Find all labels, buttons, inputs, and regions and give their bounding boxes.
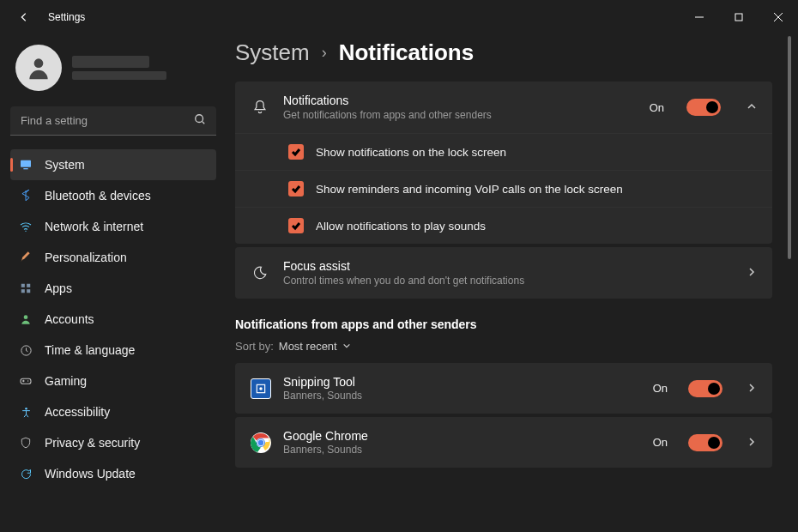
breadcrumb: System › Notifications — [235, 39, 772, 66]
svg-point-9 — [25, 231, 26, 232]
notifications-toggle[interactable] — [686, 99, 721, 116]
profile-text — [72, 56, 166, 80]
breadcrumb-parent[interactable]: System — [235, 39, 310, 66]
app-notification-row[interactable]: Google ChromeBanners, SoundsOn — [235, 417, 772, 468]
minimize-button[interactable] — [680, 0, 719, 34]
chevron-right-icon: › — [322, 44, 327, 62]
app-subtitle: Banners, Sounds — [283, 390, 641, 402]
apps-section-heading: Notifications from apps and other sender… — [235, 317, 772, 331]
sort-by-label: Sort by: — [235, 340, 274, 353]
svg-point-24 — [258, 439, 263, 444]
search-icon — [194, 113, 206, 129]
notifications-state-label: On — [650, 101, 664, 114]
svg-point-18 — [25, 407, 27, 409]
sidebar-item-label: Gaming — [45, 374, 87, 388]
svg-rect-10 — [21, 284, 25, 287]
svg-rect-1 — [735, 14, 742, 21]
notifications-subtitle: Get notifications from apps and other se… — [283, 109, 636, 121]
sidebar-item-label: Personalization — [45, 251, 127, 264]
checkbox-label: Allow notifications to play sounds — [316, 220, 486, 233]
monitor-icon — [19, 158, 33, 172]
sidebar-item-bluetooth-devices[interactable]: Bluetooth & devices — [10, 180, 216, 211]
checkbox[interactable] — [288, 218, 304, 233]
sidebar-item-label: System — [45, 158, 85, 172]
app-state-label: On — [653, 436, 668, 449]
sidebar-item-windows-update[interactable]: Windows Update — [10, 458, 216, 489]
moon-icon — [251, 263, 269, 282]
sidebar-item-system[interactable]: System — [10, 149, 216, 180]
sidebar-item-gaming[interactable]: Gaming — [10, 366, 216, 396]
focus-assist-subtitle: Control times when you do and don't get … — [283, 275, 721, 287]
window-controls — [680, 0, 798, 34]
app-subtitle: Banners, Sounds — [283, 444, 641, 456]
chevron-right-icon — [747, 435, 757, 450]
sidebar-item-label: Accessibility — [45, 405, 110, 419]
svg-rect-16 — [21, 378, 31, 384]
app-name: Google Chrome — [283, 429, 641, 443]
svg-rect-13 — [27, 289, 30, 293]
app-toggle[interactable] — [688, 434, 722, 451]
sort-by-dropdown[interactable]: Sort by: Most recent — [235, 340, 772, 353]
svg-point-4 — [34, 58, 44, 68]
scrollbar-thumb[interactable] — [788, 36, 791, 259]
app-name: Snipping Tool — [283, 375, 641, 389]
brush-icon — [19, 251, 33, 264]
app-notification-row[interactable]: Snipping ToolBanners, SoundsOn — [235, 363, 772, 414]
bell-icon — [251, 98, 269, 117]
bluetooth-icon — [19, 189, 33, 203]
shield-icon — [19, 436, 33, 450]
sidebar-item-label: Privacy & security — [45, 436, 140, 450]
svg-point-17 — [27, 380, 28, 381]
content-pane: System › Notifications Notifications Get… — [223, 34, 798, 532]
checkbox-label: Show notifications on the lock screen — [316, 146, 506, 159]
gamepad-icon — [19, 374, 33, 388]
notification-option-row: Show notifications on the lock screen — [235, 133, 772, 170]
svg-rect-11 — [27, 284, 30, 287]
svg-point-20 — [259, 387, 263, 390]
notification-option-row: Allow notifications to play sounds — [235, 207, 772, 244]
svg-rect-12 — [21, 289, 25, 293]
svg-rect-8 — [23, 168, 27, 169]
title-bar: Settings — [0, 0, 798, 34]
notifications-header-row[interactable]: Notifications Get notifications from app… — [235, 82, 772, 133]
checkbox[interactable] — [288, 181, 304, 196]
sidebar-item-accessibility[interactable]: Accessibility — [10, 396, 216, 427]
svg-point-14 — [24, 315, 28, 319]
search-box[interactable] — [10, 106, 216, 136]
sidebar-item-privacy-security[interactable]: Privacy & security — [10, 427, 216, 458]
checkbox[interactable] — [288, 144, 304, 160]
profile-name-redacted — [72, 56, 149, 68]
close-button[interactable] — [759, 0, 798, 34]
sidebar-item-label: Bluetooth & devices — [45, 189, 151, 203]
avatar — [15, 45, 62, 91]
sidebar-item-label: Network & internet — [45, 220, 143, 233]
wifi-icon — [19, 220, 33, 233]
profile-email-redacted — [72, 71, 166, 80]
snipping-tool-icon — [251, 378, 271, 399]
update-icon — [19, 467, 33, 481]
app-toggle[interactable] — [688, 380, 722, 397]
sidebar-item-label: Apps — [45, 281, 72, 295]
profile-block[interactable] — [10, 39, 216, 106]
clock-icon — [19, 343, 33, 357]
grid-icon — [19, 281, 33, 295]
chrome-icon — [251, 432, 271, 453]
sidebar: SystemBluetooth & devicesNetwork & inter… — [0, 34, 223, 532]
focus-assist-card[interactable]: Focus assist Control times when you do a… — [235, 247, 772, 299]
search-input[interactable] — [21, 114, 194, 127]
sidebar-item-network-internet[interactable]: Network & internet — [10, 211, 216, 242]
back-button[interactable] — [15, 9, 33, 26]
sidebar-item-time-language[interactable]: Time & language — [10, 335, 216, 366]
sidebar-item-apps[interactable]: Apps — [10, 273, 216, 304]
sidebar-item-accounts[interactable]: Accounts — [10, 304, 216, 335]
maximize-button[interactable] — [719, 0, 759, 34]
svg-point-5 — [196, 114, 203, 122]
checkbox-label: Show reminders and incoming VoIP calls o… — [316, 183, 623, 196]
app-state-label: On — [653, 382, 668, 395]
notifications-card: Notifications Get notifications from app… — [235, 82, 772, 244]
notification-option-row: Show reminders and incoming VoIP calls o… — [235, 170, 772, 207]
sidebar-item-personalization[interactable]: Personalization — [10, 242, 216, 273]
sidebar-item-label: Accounts — [45, 312, 94, 326]
window-title: Settings — [48, 11, 680, 23]
chevron-up-icon[interactable] — [747, 100, 757, 115]
